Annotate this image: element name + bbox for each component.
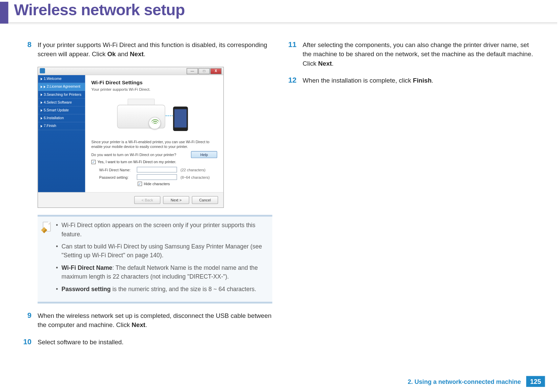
right-column: 11 After selecting the components, you c… — [285, 41, 537, 355]
dialog-heading: Wi-Fi Direct Settings — [91, 80, 218, 86]
note-box: Wi-Fi Direct option appears on the scree… — [38, 215, 272, 304]
checkbox-icon: ✓ — [138, 182, 142, 186]
header-divider — [0, 22, 557, 25]
field-hint: (22 characters) — [181, 168, 206, 172]
help-button[interactable]: Help — [191, 151, 217, 158]
wifi-direct-name-input[interactable] — [137, 167, 177, 173]
note-bullet: Can start to build Wi-Fi Direct by using… — [56, 242, 267, 260]
step-11: 11 After selecting the components, you c… — [285, 41, 537, 68]
password-input[interactable] — [137, 174, 177, 180]
wifi-icon — [149, 117, 161, 129]
sidebar-item: 3.Searching for Printers — [38, 91, 85, 99]
next-button[interactable]: Next > — [163, 196, 189, 204]
app-icon — [40, 68, 45, 73]
step-number: 12 — [285, 76, 297, 85]
field-label: Password setting: — [99, 175, 133, 179]
note-bullet: Password setting is the numeric string, … — [56, 285, 267, 294]
step-9: 9 When the wireless network set up is co… — [20, 311, 272, 330]
minimize-button[interactable]: — — [187, 68, 198, 74]
sidebar-item: 6.Installation — [38, 114, 85, 122]
field-hint: (8~64 characters) — [181, 175, 210, 179]
sidebar-item: 7.Finish — [38, 122, 85, 130]
cancel-button[interactable]: Cancel — [192, 196, 218, 204]
step-text: When the installation is complete, click… — [303, 76, 433, 85]
step-number: 10 — [20, 337, 32, 347]
sidebar-item: 1.Welcome — [38, 75, 85, 83]
step-text: Select software to be installed. — [38, 337, 124, 347]
note-bullet: Wi-Fi Direct Name: The default Network N… — [56, 264, 267, 282]
sidebar-item: 2.License Agreement — [38, 83, 85, 91]
back-button[interactable]: < Back — [134, 196, 160, 204]
note-icon — [42, 221, 51, 233]
dialog-main: Wi-Fi Direct Settings Your printer suppo… — [85, 75, 224, 192]
note-bullet: Wi-Fi Direct option appears on the scree… — [56, 221, 267, 239]
close-button[interactable]: X — [210, 68, 222, 74]
step-8: 8 If your printer supports Wi-Fi Direct … — [20, 41, 272, 59]
dialog-titlebar: — □ X — [38, 67, 223, 75]
step-text: If your printer supports Wi-Fi Direct an… — [38, 41, 272, 59]
maximize-button[interactable]: □ — [199, 68, 210, 74]
phone-icon — [173, 107, 188, 131]
sidebar-item: 5.Smart Update — [38, 107, 85, 114]
wifi-direct-dialog-screenshot: — □ X 1.Welcome 2.License Agreement 3.Se… — [38, 67, 224, 208]
accent-bar — [0, 2, 8, 24]
hide-characters-checkbox[interactable]: ✓ Hide characters — [138, 182, 217, 186]
step-text: After selecting the components, you can … — [303, 41, 537, 68]
footer: 2. Using a network-connected machine 125 — [408, 376, 545, 387]
header: Wireless network setup — [0, 0, 557, 29]
chapter-label: 2. Using a network-connected machine — [408, 378, 521, 385]
dialog-description: Since your printer is a Wi-Fi-enabled pr… — [91, 140, 218, 150]
sidebar-item: 4.Select Software — [38, 99, 85, 106]
step-10: 10 Select software to be installed. — [20, 337, 272, 347]
step-number: 11 — [285, 41, 297, 68]
wizard-sidebar: 1.Welcome 2.License Agreement 3.Searchin… — [38, 75, 85, 192]
enable-wifi-direct-checkbox[interactable]: ✓ Yes, I want to turn on Wi-Fi Direct on… — [91, 160, 218, 164]
step-number: 8 — [20, 41, 32, 59]
dialog-subtitle: Your printer supports Wi-Fi Direct. — [91, 87, 218, 92]
checkbox-icon: ✓ — [91, 160, 96, 164]
step-text: When the wireless network set up is comp… — [38, 311, 272, 330]
left-column: 8 If your printer supports Wi-Fi Direct … — [20, 41, 272, 355]
printer-illustration — [104, 96, 205, 135]
field-label: Wi-Fi Direct Name: — [99, 168, 133, 172]
step-12: 12 When the installation is complete, cl… — [285, 76, 537, 85]
page-title: Wireless network setup — [0, 0, 557, 20]
page-number: 125 — [526, 376, 545, 387]
step-number: 9 — [20, 311, 32, 330]
